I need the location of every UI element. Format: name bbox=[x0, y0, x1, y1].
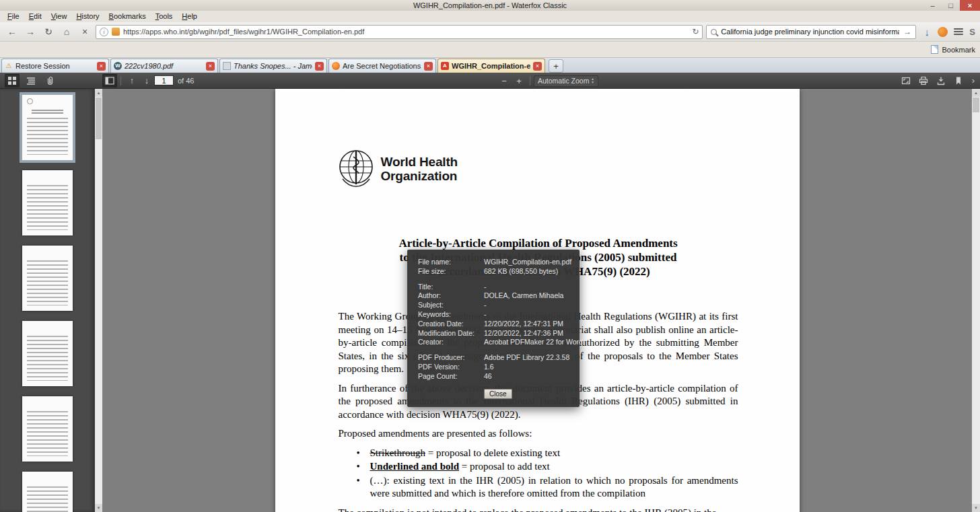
tab-close-button[interactable]: × bbox=[206, 62, 215, 71]
menu-history[interactable]: History bbox=[71, 11, 104, 22]
property-label: Creator: bbox=[418, 338, 484, 347]
property-value: 12/20/2022, 12:47:36 PM bbox=[484, 329, 569, 338]
toolbar-separator bbox=[120, 76, 121, 85]
thumbnail-page-6[interactable] bbox=[22, 472, 73, 512]
bookmarks-button[interactable]: Bookmark bbox=[942, 46, 975, 54]
property-label: Subject: bbox=[418, 301, 484, 310]
menu-file[interactable]: File bbox=[3, 11, 24, 22]
property-label: PDF Producer: bbox=[418, 353, 484, 363]
thumbnail-content bbox=[27, 260, 68, 305]
search-bar[interactable]: → bbox=[706, 25, 916, 39]
thumbnail-page-3[interactable] bbox=[22, 246, 73, 311]
scroll-up-icon[interactable]: ▲ bbox=[972, 89, 980, 97]
url-input[interactable] bbox=[123, 28, 689, 36]
stop-button[interactable]: × bbox=[77, 24, 92, 39]
scroll-up-icon[interactable]: ▲ bbox=[95, 89, 102, 97]
legend-list: Strikethrough = proposal to delete exist… bbox=[339, 447, 738, 501]
zoom-select[interactable]: Automatic Zoom ▲▼ bbox=[534, 75, 598, 87]
refresh-button[interactable]: ↻ bbox=[41, 24, 56, 39]
outline-view-button[interactable] bbox=[24, 74, 38, 87]
home-button[interactable]: ⌂ bbox=[59, 24, 74, 39]
select-arrows-icon: ▲▼ bbox=[591, 77, 594, 84]
tab-restore-session[interactable]: ⚠ Restore Session × bbox=[1, 59, 109, 73]
tab-222cv1980[interactable]: W 222cv1980.pdf × bbox=[110, 59, 218, 73]
property-value: WGIHR_Compilation-en.pdf bbox=[484, 258, 569, 267]
addon-s-icon[interactable]: S bbox=[969, 27, 975, 37]
print-button[interactable] bbox=[916, 74, 931, 87]
viewer-scrollbar[interactable]: ▲ ▼ bbox=[972, 89, 980, 512]
tab-wgihr-compilation-active[interactable]: A WGIHR_Compilation-en.pdf × bbox=[438, 59, 545, 73]
next-page-button[interactable]: ↓ bbox=[139, 74, 154, 87]
new-tab-button[interactable]: + bbox=[549, 59, 563, 73]
minimize-button[interactable]: – bbox=[923, 0, 942, 11]
fullscreen-icon bbox=[901, 76, 911, 85]
who-logo: World Health Organization bbox=[337, 149, 458, 188]
sidebar-scrollbar[interactable]: ▲ ▼ bbox=[94, 89, 102, 512]
download-icon bbox=[936, 76, 946, 85]
who-logo-text: World Health Organization bbox=[381, 155, 458, 183]
title-bar: WGIHR_Compilation-en.pdf - Waterfox Clas… bbox=[0, 0, 980, 11]
maximize-button[interactable]: □ bbox=[942, 0, 960, 11]
dialog-close-button[interactable]: Close bbox=[484, 389, 512, 399]
property-value: 12/20/2022, 12:47:31 PM bbox=[484, 320, 569, 329]
close-button[interactable]: × bbox=[960, 0, 980, 11]
menu-edit[interactable]: Edit bbox=[24, 11, 46, 22]
menu-help[interactable]: Help bbox=[177, 11, 202, 22]
toggle-sidebar-button[interactable] bbox=[102, 74, 117, 87]
tab-thanks-snopes[interactable]: Thanks Snopes... - James Rogu × bbox=[219, 59, 327, 73]
list-icon bbox=[26, 76, 36, 85]
addon-icon[interactable] bbox=[938, 27, 948, 37]
tab-close-button[interactable]: × bbox=[97, 62, 106, 71]
bookmark-view-button[interactable] bbox=[951, 74, 966, 87]
site-identity-icon[interactable] bbox=[112, 28, 120, 36]
forward-button[interactable]: → bbox=[23, 24, 38, 39]
tab-close-button[interactable]: × bbox=[533, 62, 542, 71]
pdf-viewer: World Health Organization Article-by-Art… bbox=[102, 89, 972, 512]
menu-hamburger-button[interactable] bbox=[951, 24, 966, 39]
zoom-out-button[interactable]: − bbox=[497, 74, 512, 87]
thumbnail-content bbox=[27, 118, 68, 155]
printer-icon bbox=[919, 76, 928, 85]
search-input[interactable] bbox=[721, 28, 899, 36]
tab-close-button[interactable]: × bbox=[424, 62, 433, 71]
page-favicon-icon bbox=[223, 62, 231, 70]
zoom-in-button[interactable]: + bbox=[512, 74, 526, 87]
flame-favicon-icon bbox=[332, 62, 340, 70]
browser-window: WGIHR_Compilation-en.pdf - Waterfox Clas… bbox=[0, 0, 980, 512]
bookmarks-toolbar: Bookmark bbox=[0, 42, 980, 57]
bookmark-icon bbox=[954, 76, 963, 85]
property-value: - bbox=[484, 301, 569, 310]
property-value: DOLEA, Carmen Mihaela bbox=[484, 291, 569, 301]
thumbnail-content bbox=[32, 110, 63, 115]
menu-tools[interactable]: Tools bbox=[151, 11, 178, 22]
toolbar-overflow-button[interactable]: › bbox=[969, 75, 978, 85]
thumbnail-page-1[interactable] bbox=[22, 95, 73, 160]
site-info-icon[interactable]: i bbox=[100, 28, 108, 36]
back-button[interactable]: ← bbox=[5, 24, 20, 39]
zoom-controls: − + Automatic Zoom ▲▼ bbox=[497, 73, 598, 89]
attachments-view-button[interactable] bbox=[42, 74, 57, 87]
thumbnails-view-button[interactable] bbox=[5, 74, 20, 87]
page-number-input[interactable] bbox=[154, 75, 174, 85]
bookmark-item-icon bbox=[931, 45, 938, 54]
scrollbar-thumb[interactable] bbox=[96, 98, 102, 139]
download-button[interactable] bbox=[934, 74, 948, 87]
url-bar[interactable]: i ↻ bbox=[96, 25, 703, 39]
thumbnail-page-2[interactable] bbox=[22, 170, 73, 235]
previous-page-button[interactable]: ↑ bbox=[125, 74, 139, 87]
menu-bookmarks[interactable]: Bookmarks bbox=[104, 11, 151, 22]
presentation-mode-button[interactable] bbox=[899, 74, 913, 87]
scrollbar-thumb[interactable] bbox=[973, 98, 979, 112]
search-go-button[interactable]: → bbox=[903, 27, 911, 36]
thumbnail-page-4[interactable] bbox=[22, 321, 73, 386]
urlbar-reload-icon[interactable]: ↻ bbox=[692, 27, 699, 36]
menu-view[interactable]: View bbox=[46, 11, 72, 22]
property-label: PDF Version: bbox=[418, 363, 484, 372]
scroll-down-icon[interactable]: ▼ bbox=[972, 504, 980, 512]
tab-secret-negotiations[interactable]: Are Secret Negotiations Under × bbox=[328, 59, 436, 73]
tab-close-button[interactable]: × bbox=[315, 62, 324, 71]
downloads-button[interactable]: ↓ bbox=[919, 24, 934, 39]
thumbnail-page-5[interactable] bbox=[22, 396, 73, 462]
scroll-down-icon[interactable]: ▼ bbox=[95, 504, 102, 512]
thumbnail-content bbox=[27, 185, 68, 230]
